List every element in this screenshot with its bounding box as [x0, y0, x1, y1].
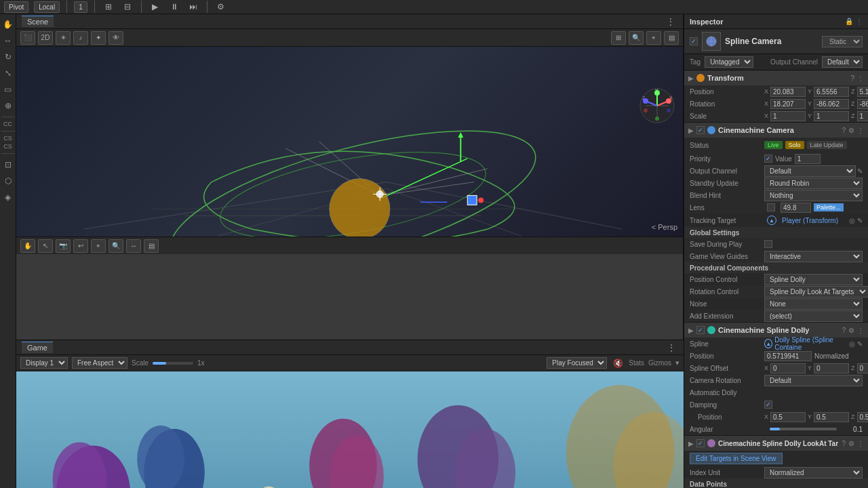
inspector-lock[interactable]: 🔒: [845, 18, 853, 25]
scene-hidden-btn[interactable]: 👁: [108, 31, 123, 45]
rot-z-input[interactable]: [857, 99, 868, 109]
index-unit-select[interactable]: Normalized: [764, 467, 863, 479]
position-control-select[interactable]: Spline Dolly: [764, 274, 863, 285]
scene-2d-btn[interactable]: 2D: [38, 31, 53, 45]
cm-camera-help[interactable]: ?: [842, 127, 846, 134]
tool-rect[interactable]: ▭: [1, 82, 16, 97]
scene-undo-btn[interactable]: ↩: [73, 239, 88, 253]
scene-shading-btn[interactable]: ⬛: [20, 31, 35, 45]
cm-camera-settings[interactable]: ⚙: [848, 127, 854, 134]
tool-move[interactable]: ↔: [1, 33, 16, 48]
gizmos-arrow[interactable]: ▾: [675, 359, 679, 367]
scene-options[interactable]: ⋮: [664, 15, 677, 28]
save-during-play-checkbox[interactable]: [764, 240, 772, 248]
pivot-button[interactable]: Pivot: [4, 1, 28, 13]
noise-select[interactable]: None: [764, 298, 863, 310]
scene-hand-btn[interactable]: ✋: [20, 239, 35, 253]
priority-value-input[interactable]: [795, 154, 821, 164]
tab-scene[interactable]: Scene: [22, 16, 54, 27]
add-extension-select[interactable]: (select): [764, 310, 863, 322]
scale-slider[interactable]: [153, 362, 193, 365]
tool-transform[interactable]: ⊕: [1, 98, 16, 113]
scene-cam-btn[interactable]: 📷: [56, 239, 71, 253]
scene-search-btn[interactable]: 🔍: [629, 31, 644, 45]
pos-damp-y-input[interactable]: [814, 412, 849, 422]
tool-rotate[interactable]: ↻: [1, 49, 16, 64]
transform-icon[interactable]: ⊞: [102, 0, 115, 14]
scale-y-input[interactable]: [814, 111, 849, 121]
lens-value-input[interactable]: [781, 203, 811, 213]
scene-grid-btn[interactable]: ⊞: [611, 31, 626, 45]
display-select[interactable]: Display 1: [20, 357, 68, 369]
scene-more-btn[interactable]: ▤: [664, 31, 679, 45]
game-options[interactable]: ⋮: [665, 341, 678, 354]
scale-z-input[interactable]: [857, 111, 868, 121]
priority-enable-checkbox[interactable]: [764, 155, 772, 163]
pos-damp-x-input[interactable]: [770, 412, 806, 422]
object-name[interactable]: Spline Camera: [725, 37, 781, 46]
spline-dolly-checkbox[interactable]: [696, 326, 705, 334]
palette-button[interactable]: Palette...: [814, 203, 844, 211]
tab-game[interactable]: Game: [22, 342, 53, 353]
spline-pos-input[interactable]: [764, 351, 812, 361]
lookat-settings[interactable]: ⚙: [848, 440, 854, 447]
scene-fx-btn[interactable]: ✦: [91, 31, 106, 45]
lookat-help[interactable]: ?: [842, 440, 846, 447]
local-button[interactable]: Local: [34, 1, 60, 13]
rotation-control-select[interactable]: Spline Dolly Look At Targets: [764, 286, 868, 298]
standby-select[interactable]: Round Robin: [764, 178, 863, 189]
play-focused-select[interactable]: Play Focused: [547, 357, 607, 369]
stats-label[interactable]: Stats: [629, 359, 644, 367]
rot-x-input[interactable]: [770, 99, 806, 109]
lens-checkbox[interactable]: [767, 203, 775, 211]
transform-header[interactable]: ▶ Transform ? ⋮: [684, 70, 868, 85]
tag-select[interactable]: Untagged: [705, 56, 753, 68]
angular-slider[interactable]: [770, 428, 837, 430]
blend-hint-select[interactable]: Nothing: [764, 190, 863, 201]
spline-dolly-help[interactable]: ?: [842, 327, 846, 334]
mute-icon[interactable]: 🔇: [611, 357, 625, 370]
pause-icon[interactable]: ⏸: [167, 0, 181, 14]
spline-select[interactable]: ◎: [849, 340, 855, 348]
scene-gizmo[interactable]: X Y Z: [639, 87, 676, 125]
tool-extra2[interactable]: ⬡: [1, 174, 16, 188]
scene-search2-btn[interactable]: 🔍: [108, 239, 123, 253]
transform-help[interactable]: ?: [850, 75, 854, 82]
spline-lookat-checkbox[interactable]: [696, 439, 705, 447]
game-view-guides-select[interactable]: Interactive: [764, 251, 863, 262]
inspector-more[interactable]: ⋮: [856, 18, 863, 25]
tool-extra1[interactable]: ⊡: [1, 157, 16, 172]
scene-light-btn[interactable]: ☀: [56, 31, 71, 45]
play-icon[interactable]: ▶: [149, 0, 162, 14]
pos-z-input[interactable]: [857, 87, 868, 97]
target-select-icon[interactable]: ◎: [849, 217, 855, 224]
status-solo-badge[interactable]: Solo: [785, 141, 804, 149]
output-channel-select[interactable]: Default: [764, 165, 856, 177]
grid-icon[interactable]: ⊟: [121, 0, 134, 14]
camera-rotation-select[interactable]: Default: [764, 375, 863, 386]
scale-x-input[interactable]: [770, 111, 806, 121]
aspect-select[interactable]: Free Aspect: [72, 357, 127, 369]
output-edit-icon[interactable]: ✎: [857, 167, 863, 175]
cm-camera-header[interactable]: ▶ Cinemachine Camera ? ⚙ ⋮: [684, 123, 868, 138]
cm-camera-checkbox[interactable]: [696, 126, 705, 134]
rot-y-input[interactable]: [814, 99, 849, 109]
offset-y-input[interactable]: [814, 363, 849, 373]
offset-x-input[interactable]: [770, 363, 806, 373]
step-icon[interactable]: ⏭: [186, 0, 200, 14]
spline-lookat-header[interactable]: ▶ Cinemachine Spline Dolly LookAt Tar ? …: [684, 436, 868, 451]
tool-hand[interactable]: ✋: [1, 17, 16, 32]
scene-select-btn[interactable]: ↖: [38, 239, 53, 253]
tool-extra3[interactable]: ◈: [1, 190, 16, 205]
spline-dolly-header[interactable]: ▶ Cinemachine Spline Dolly ? ⚙ ⋮: [684, 323, 868, 338]
options-icon[interactable]: ⚙: [214, 0, 228, 14]
obj-active-checkbox[interactable]: [690, 37, 698, 45]
cm-camera-more[interactable]: ⋮: [857, 127, 864, 134]
layer-select[interactable]: Default: [822, 56, 863, 68]
edit-targets-button[interactable]: Edit Targets in Scene View: [690, 453, 783, 464]
pos-damp-z-input[interactable]: [857, 412, 868, 422]
static-select[interactable]: Static: [822, 36, 863, 47]
spline-dolly-settings[interactable]: ⚙: [848, 327, 854, 334]
scene-audio-btn[interactable]: ♪: [73, 31, 88, 45]
target-edit-icon[interactable]: ✎: [857, 217, 863, 224]
